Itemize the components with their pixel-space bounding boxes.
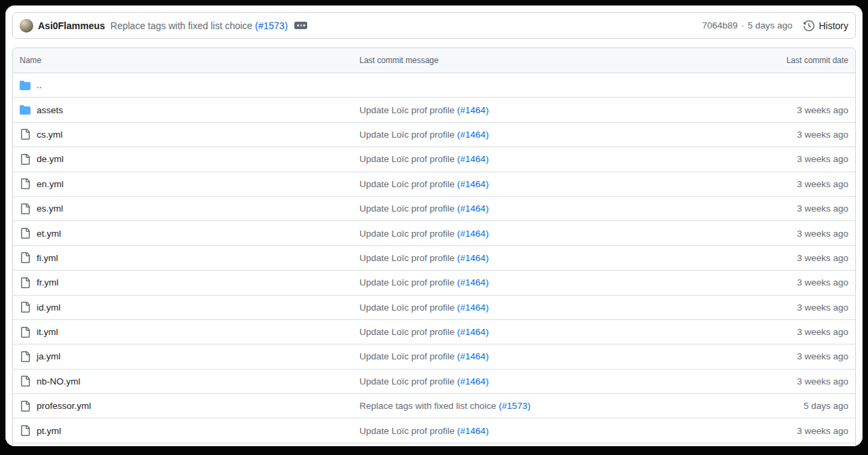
file-name-link[interactable]: et.yml [37, 229, 61, 239]
column-header-last-commit-message: Last commit message [359, 56, 706, 65]
table-header-row: Name Last commit message Last commit dat… [13, 48, 855, 73]
file-icon [20, 351, 31, 362]
row-commit-message-link[interactable]: Update Loïc prof profile [359, 302, 457, 313]
table-row[interactable]: professor.yml Replace tags with fixed li… [13, 394, 855, 418]
table-row[interactable]: fr.yml Update Loïc prof profile (#1464) … [13, 271, 855, 295]
file-icon [20, 401, 31, 412]
column-header-name[interactable]: Name [20, 56, 359, 65]
name-cell: cs.yml [20, 129, 359, 140]
commit-description-ellipsis-button[interactable] [294, 22, 307, 29]
file-name-link[interactable]: en.yml [37, 179, 64, 189]
file-icon [20, 203, 31, 214]
row-pr-number-link[interactable]: (#1464) [457, 426, 489, 436]
commit-date: 3 weeks ago [706, 277, 848, 288]
file-name-link[interactable]: de.yml [37, 154, 64, 164]
table-row[interactable]: ja.yml Update Loïc prof profile (#1464) … [13, 344, 855, 369]
commit-message-cell: Update Loïc prof profile (#1464) [359, 203, 706, 214]
row-pr-number-link[interactable]: (#1464) [457, 351, 489, 361]
table-row[interactable]: es.yml Update Loïc prof profile (#1464) … [13, 197, 855, 221]
row-pr-number-link[interactable]: (#1464) [457, 179, 489, 189]
row-commit-message-link[interactable]: Replace tags with fixed list choice [359, 401, 499, 411]
commit-message-text: Replace tags with fixed list choice [111, 20, 252, 31]
row-pr-number-link[interactable]: (#1464) [457, 229, 489, 239]
name-cell: fi.yml [20, 252, 359, 263]
row-pr-number-link[interactable]: (#1464) [457, 203, 489, 214]
row-commit-message-link[interactable]: Update Loïc prof profile [359, 426, 457, 436]
row-commit-message-link[interactable]: Update Loïc prof profile [359, 277, 457, 288]
row-pr-number-link[interactable]: (#1464) [457, 277, 489, 288]
folder-icon [20, 104, 31, 115]
row-pr-number-link[interactable]: (#1464) [457, 105, 489, 115]
row-commit-message-link[interactable]: Update Loïc prof profile [359, 130, 457, 140]
separator-dot: · [741, 20, 745, 31]
file-name-link[interactable]: es.yml [37, 203, 63, 214]
table-row[interactable]: pt.yml Update Loïc prof profile (#1464) … [13, 418, 855, 443]
commit-date: 3 weeks ago [706, 203, 848, 214]
latest-commit-message[interactable]: Replace tags with fixed list choice (#15… [111, 20, 288, 31]
commit-time-ago: 5 days ago [747, 20, 792, 31]
file-name-link[interactable]: fr.yml [37, 277, 58, 288]
commit-author-link[interactable]: Asi0Flammeus [38, 20, 105, 31]
file-name-link[interactable]: it.yml [37, 327, 58, 337]
table-row[interactable]: .. [13, 73, 855, 98]
author-avatar[interactable] [20, 19, 33, 33]
commit-date: 3 weeks ago [706, 179, 848, 189]
file-icon [20, 252, 31, 263]
row-pr-number-link[interactable]: (#1464) [457, 130, 489, 140]
row-commit-message-link[interactable]: Update Loïc prof profile [359, 376, 457, 387]
file-icon [20, 376, 31, 387]
file-name-link[interactable]: .. [37, 80, 42, 90]
file-name-link[interactable]: pt.yml [37, 426, 61, 436]
row-pr-number-link[interactable]: (#1464) [457, 253, 489, 263]
file-name-link[interactable]: ja.yml [37, 351, 60, 361]
row-commit-message-link[interactable]: Update Loïc prof profile [359, 179, 457, 189]
row-commit-message-link[interactable]: Update Loïc prof profile [359, 351, 457, 361]
row-commit-message-link[interactable]: Update Loïc prof profile [359, 154, 457, 164]
row-pr-number-link[interactable]: (#1464) [457, 376, 489, 387]
file-name-link[interactable]: cs.yml [37, 130, 62, 140]
table-row[interactable]: de.yml Update Loïc prof profile (#1464) … [13, 147, 855, 172]
file-icon [20, 302, 31, 313]
pr-number-link[interactable]: (#1573) [255, 20, 288, 31]
name-cell: professor.yml [20, 401, 359, 412]
table-row[interactable]: et.yml Update Loïc prof profile (#1464) … [13, 221, 855, 245]
name-cell: et.yml [20, 228, 359, 239]
file-icon [20, 178, 31, 189]
table-row[interactable]: id.yml Update Loïc prof profile (#1464) … [13, 296, 855, 320]
file-name-link[interactable]: fi.yml [37, 253, 58, 263]
table-row[interactable]: nb-NO.yml Update Loïc prof profile (#146… [13, 370, 855, 394]
history-button[interactable]: History [804, 20, 848, 31]
row-pr-number-link[interactable]: (#1573) [499, 401, 531, 411]
row-commit-message-link[interactable]: Update Loïc prof profile [359, 105, 457, 115]
table-row[interactable]: fi.yml Update Loïc prof profile (#1464) … [13, 246, 855, 271]
commit-message-cell: Update Loïc prof profile (#1464) [359, 351, 706, 361]
row-pr-number-link[interactable]: (#1464) [457, 154, 489, 164]
file-name-link[interactable]: assets [37, 105, 63, 115]
commit-message-cell: Update Loïc prof profile (#1464) [359, 253, 706, 263]
commit-message-cell: Update Loïc prof profile (#1464) [359, 179, 706, 189]
history-label: History [818, 20, 848, 31]
row-pr-number-link[interactable]: (#1464) [457, 302, 489, 313]
table-row[interactable]: it.yml Update Loïc prof profile (#1464) … [13, 320, 855, 344]
file-name-link[interactable]: professor.yml [37, 401, 91, 411]
folder-icon [20, 80, 31, 91]
file-name-link[interactable]: nb-NO.yml [37, 376, 81, 387]
name-cell: en.yml [20, 178, 359, 189]
table-row[interactable]: assets Update Loïc prof profile (#1464) … [13, 98, 855, 122]
file-icon [20, 228, 31, 239]
commit-bar-right: 7064b89 · 5 days ago History [702, 20, 848, 31]
commit-message-cell: Update Loïc prof profile (#1464) [359, 105, 706, 115]
file-name-link[interactable]: id.yml [37, 302, 60, 313]
commit-sha-link[interactable]: 7064b89 [702, 20, 738, 31]
name-cell: it.yml [20, 327, 359, 338]
row-commit-message-link[interactable]: Update Loïc prof profile [359, 327, 457, 337]
table-row[interactable]: cs.yml Update Loïc prof profile (#1464) … [13, 123, 855, 147]
column-header-last-commit-date: Last commit date [706, 56, 848, 65]
row-commit-message-link[interactable]: Update Loïc prof profile [359, 203, 457, 214]
table-row[interactable]: en.yml Update Loïc prof profile (#1464) … [13, 172, 855, 197]
row-commit-message-link[interactable]: Update Loïc prof profile [359, 253, 457, 263]
commit-date: 3 weeks ago [706, 426, 848, 436]
row-commit-message-link[interactable]: Update Loïc prof profile [359, 229, 457, 239]
commit-date: 3 weeks ago [706, 327, 848, 337]
row-pr-number-link[interactable]: (#1464) [457, 327, 489, 337]
